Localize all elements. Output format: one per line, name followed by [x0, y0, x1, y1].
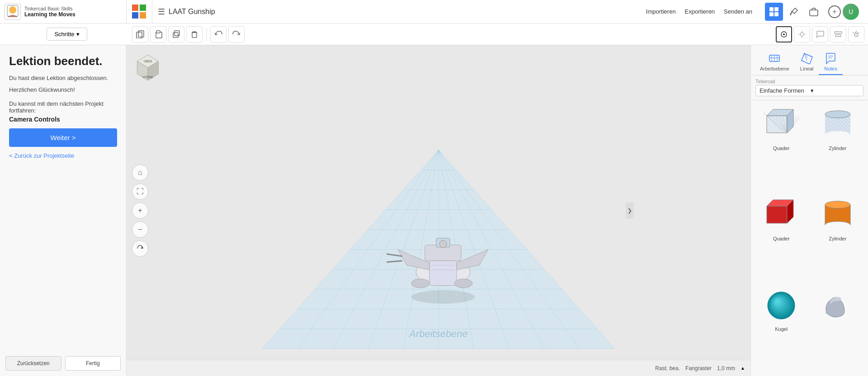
align-icon2: [852, 30, 860, 38]
kugel-teal-preview: [763, 288, 799, 324]
camera-controls: ⌂ ⛶ + −: [132, 164, 148, 257]
shapes-grid: Quader Zylinder Quader Zylinder Kugel: [751, 100, 868, 376]
svg-point-67: [411, 290, 475, 304]
arbeitsebene-icon: [768, 52, 781, 64]
rast-label: Rast. bea.: [655, 365, 680, 371]
briefcase-icon: [809, 7, 819, 17]
tools-button[interactable]: [785, 3, 803, 21]
camera-icon: [780, 30, 788, 38]
exportieren-button[interactable]: Exportieren: [681, 6, 718, 17]
rotate-icon: [137, 245, 144, 252]
camera-view-button[interactable]: [776, 26, 792, 42]
delete-icon: [190, 30, 198, 38]
toolbar-left: Schritte ▾: [4, 28, 130, 41]
toolbar-right-icons: [776, 26, 864, 42]
bubble-button[interactable]: [812, 26, 828, 42]
steps-button[interactable]: Schritte ▾: [47, 28, 87, 41]
svg-line-6: [790, 11, 792, 15]
top-right-icons: + U: [760, 3, 868, 21]
3d-viewport[interactable]: OBEN VORNE ⌂ ⛶ + −: [127, 45, 750, 376]
canvas-area: OBEN VORNE ⌂ ⛶ + −: [127, 45, 750, 376]
delete-button[interactable]: [186, 26, 203, 42]
panel-toggle-button[interactable]: ❯: [626, 202, 634, 219]
steps-arrow: ▾: [76, 31, 80, 38]
notes-tool-button[interactable]: Notes: [819, 49, 843, 75]
briefcase-button[interactable]: [805, 3, 823, 21]
undo-button[interactable]: [210, 26, 226, 42]
next-project-text: Du kannst mit dem nächsten Projekt fortf…: [9, 100, 117, 114]
svg-rect-57: [429, 258, 457, 286]
arbeitsebene-tool-button[interactable]: Arbeitsebene: [755, 49, 795, 75]
align-button1[interactable]: [830, 26, 846, 42]
user-area: + U: [825, 4, 863, 20]
importieren-button[interactable]: Importieren: [642, 6, 679, 17]
svg-rect-22: [835, 32, 842, 33]
copy-icon: [136, 30, 144, 38]
cube-navigator[interactable]: OBEN VORNE: [132, 51, 164, 89]
svg-rect-7: [810, 10, 818, 16]
duplicate-icon: [172, 30, 180, 38]
lineal-tool-button[interactable]: Lineal: [795, 49, 819, 75]
quader-gray-preview: [763, 108, 799, 144]
logo-blue: [132, 12, 138, 19]
zylinder-orange-preview: [820, 198, 856, 234]
svg-rect-4: [769, 12, 774, 16]
fang-value: 1,0 mm: [717, 365, 735, 371]
senden-an-button[interactable]: Senden an: [720, 6, 756, 17]
arbeitsebene-tool-label: Arbeitsebene: [760, 66, 789, 71]
lesson-label: Learning the Moves: [24, 11, 75, 18]
quader-red-preview: [763, 198, 799, 234]
svg-rect-8: [138, 31, 144, 37]
user-avatar: U: [843, 4, 859, 20]
toolbar-separator: [206, 28, 207, 41]
course-label: Tinkercad Basic Skills: [24, 6, 75, 11]
add-user-button[interactable]: +: [828, 5, 841, 18]
redo-button[interactable]: [228, 26, 245, 42]
svg-point-62: [439, 240, 447, 248]
home-camera-button[interactable]: ⌂: [132, 164, 148, 181]
shape-item-zylinder-orange[interactable]: Zylinder: [812, 195, 864, 281]
svg-rect-11: [156, 31, 160, 33]
frame-button[interactable]: ⛶: [132, 183, 148, 200]
align-button2[interactable]: [848, 26, 864, 42]
shape-item-kugel-teal[interactable]: Kugel: [755, 286, 807, 371]
shapes-dropdown[interactable]: Einfache Formen ▾: [755, 85, 863, 96]
svg-rect-3: [774, 7, 778, 11]
shapes-header: Tinkercad Einfache Formen ▾: [751, 75, 868, 100]
grid-icon: [769, 7, 779, 17]
lesson-description: Du hast diese Lektion abgeschlossen.: [9, 74, 117, 83]
camera-controls-title: Camera Controls: [9, 116, 117, 123]
zoom-out-button[interactable]: −: [132, 221, 148, 238]
top-bar: Tinkercad Basic Skills Learning the Move…: [0, 0, 868, 24]
svg-point-65: [411, 279, 429, 288]
lineal-tool-label: Lineal: [800, 66, 813, 71]
duplicate-button[interactable]: [168, 26, 184, 42]
logo-avatar: [5, 4, 21, 20]
zylinder-gray-preview: [820, 108, 856, 144]
shape-item-zylinder-gray[interactable]: Zylinder: [812, 105, 864, 191]
copy-button[interactable]: [132, 26, 148, 42]
reset-button[interactable]: Zurücksetzen: [5, 356, 61, 371]
shape-item-quader-gray[interactable]: Quader: [755, 105, 807, 191]
list-icon: ☰: [158, 7, 165, 17]
status-bar: Rast. bea. Fangraster 1,0 mm ▲: [127, 360, 750, 376]
logo-text: Tinkercad Basic Skills Learning the Move…: [24, 6, 75, 18]
grid-view-button[interactable]: [765, 3, 783, 21]
project-name: LAAT Gunship: [169, 8, 215, 16]
shape-item-misc[interactable]: [812, 286, 864, 371]
shapes-selector: Tinkercad Einfache Formen ▾: [755, 79, 863, 96]
done-button[interactable]: Fertig: [65, 356, 121, 371]
back-to-project-link[interactable]: < Zurück zur Projektseite: [9, 152, 117, 159]
light-button[interactable]: [794, 26, 810, 42]
rotate-button[interactable]: [132, 240, 148, 257]
paste-button[interactable]: [150, 26, 166, 42]
fang-arrow-button[interactable]: ▲: [741, 366, 745, 371]
project-name-area: ☰ LAAT Gunship: [152, 7, 639, 17]
light-icon: [798, 30, 806, 38]
zoom-in-button[interactable]: +: [132, 202, 148, 219]
weiter-button[interactable]: Weiter >: [9, 128, 117, 147]
dropdown-arrow: ▾: [811, 87, 860, 94]
shape-item-quader-red[interactable]: Quader: [755, 195, 807, 281]
shape-label-quader-red: Quader: [773, 236, 790, 241]
svg-rect-23: [835, 35, 841, 37]
